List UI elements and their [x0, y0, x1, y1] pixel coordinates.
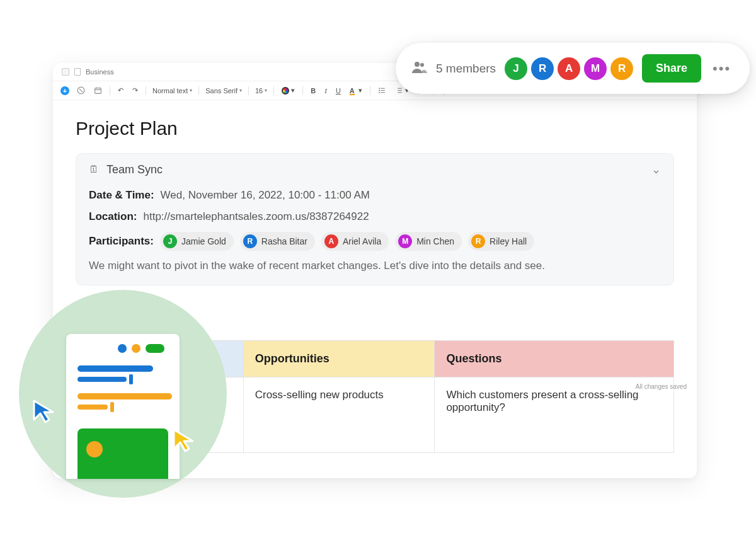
avatar-icon[interactable]: A — [558, 57, 580, 80]
participant-name: Jamie Gold — [181, 236, 226, 246]
separator — [110, 86, 110, 95]
svg-rect-9 — [381, 90, 385, 91]
participants-label: Participants: — [89, 235, 154, 248]
avatar-j-icon: J — [163, 234, 177, 248]
svg-point-20 — [420, 63, 424, 67]
task-icon[interactable] — [76, 85, 86, 96]
separator — [302, 86, 303, 95]
notebook-icon[interactable] — [74, 68, 81, 76]
participant-name: Rasha Bitar — [261, 236, 307, 246]
svg-point-6 — [379, 88, 380, 89]
th-questions[interactable]: Questions — [435, 341, 674, 377]
calendar-icon: 🗓 — [89, 164, 99, 175]
event-title: Team Sync — [106, 163, 163, 176]
svg-rect-11 — [381, 92, 385, 93]
members-icon — [412, 60, 427, 76]
separator — [198, 86, 199, 95]
svg-rect-2 — [95, 88, 101, 94]
highlight-icon[interactable]: A▾ — [348, 85, 364, 96]
svg-point-8 — [379, 89, 380, 91]
chevron-down-icon[interactable]: ⌄ — [651, 163, 661, 176]
avatar-icon[interactable]: R — [531, 57, 554, 80]
event-note[interactable]: We might want to pivot in the wake of re… — [89, 260, 661, 272]
insert-button[interactable]: + — [60, 86, 69, 95]
cursor-blue-icon — [30, 397, 58, 425]
page-title[interactable]: Project Plan — [76, 118, 674, 139]
share-button[interactable]: Share — [642, 54, 701, 83]
cell-opportunities[interactable]: Cross-selling new products — [243, 377, 435, 453]
participant-pill[interactable]: RRasha Bitar — [240, 232, 315, 251]
members-count[interactable]: 5 members — [436, 62, 496, 76]
svg-point-19 — [415, 62, 420, 67]
save-status: All changes saved — [636, 383, 687, 390]
event-card: 🗓 Team Sync ⌄ Date & Time: Wed, November… — [76, 153, 674, 285]
bullet-list-icon[interactable] — [377, 85, 387, 96]
text-color-icon[interactable]: ▾ — [280, 85, 296, 96]
svg-rect-7 — [381, 88, 385, 89]
font-family-dropdown[interactable]: Sans Serif▾ — [205, 87, 242, 95]
cursor-yellow-icon — [170, 426, 198, 454]
avatar-stack: J R A M R — [505, 57, 633, 80]
svg-rect-13 — [398, 90, 402, 91]
event-datetime-row: Date & Time: Wed, November 16, 2022, 10:… — [89, 189, 661, 202]
redo-icon[interactable]: ↷ — [131, 85, 139, 96]
underline-icon[interactable]: U — [335, 86, 342, 96]
event-participants-row: Participants: JJamie Gold RRasha Bitar A… — [89, 232, 661, 251]
separator — [248, 86, 249, 95]
svg-point-10 — [379, 92, 380, 93]
participant-name: Riley Hall — [490, 236, 527, 246]
font-size-dropdown[interactable]: 16▾ — [255, 87, 267, 95]
event-header[interactable]: 🗓 Team Sync ⌄ — [76, 154, 673, 185]
participant-name: Min Chen — [416, 236, 454, 246]
avatar-m-icon: M — [398, 234, 412, 248]
svg-line-1 — [79, 89, 83, 92]
separator — [273, 86, 274, 95]
undo-icon[interactable]: ↶ — [117, 85, 125, 96]
datetime-value: Wed, November 16, 2022, 10:00 - 11:00 AM — [161, 189, 370, 202]
participant-pill[interactable]: MMin Chen — [395, 232, 462, 251]
breadcrumb-notebook[interactable]: Business — [86, 68, 114, 76]
avatar-icon[interactable]: J — [505, 57, 527, 80]
collaboration-illustration — [19, 290, 227, 498]
separator — [370, 86, 370, 95]
calendar-icon[interactable] — [93, 85, 103, 96]
svg-rect-14 — [398, 92, 402, 93]
avatar-r2-icon: R — [471, 234, 485, 248]
bold-icon[interactable]: B — [309, 86, 317, 96]
separator — [146, 86, 146, 95]
svg-rect-12 — [398, 88, 402, 89]
expand-icon[interactable] — [62, 68, 69, 76]
participant-name: Ariel Avila — [343, 236, 381, 246]
th-opportunities[interactable]: Opportunities — [243, 341, 435, 377]
participant-pill[interactable]: JJamie Gold — [160, 232, 234, 251]
share-bar: 5 members J R A M R Share ••• — [396, 43, 750, 94]
avatar-icon[interactable]: M — [584, 57, 607, 80]
event-body: Date & Time: Wed, November 16, 2022, 10:… — [76, 185, 673, 285]
participant-pill[interactable]: RRiley Hall — [468, 232, 534, 251]
avatar-r-icon: R — [243, 234, 257, 248]
participant-pill[interactable]: AAriel Avila — [321, 232, 389, 251]
avatar-icon[interactable]: R — [610, 57, 633, 80]
location-link[interactable]: http://smartelephantsales.zoom.us/838726… — [144, 210, 369, 223]
avatar-a-icon: A — [324, 234, 338, 248]
event-location-row: Location: http://smartelephantsales.zoom… — [89, 210, 661, 223]
illustration-card — [66, 334, 180, 479]
datetime-label: Date & Time: — [89, 189, 154, 202]
more-options-icon[interactable]: ••• — [710, 60, 733, 77]
location-label: Location: — [89, 210, 137, 223]
text-style-dropdown[interactable]: Normal text▾ — [152, 87, 192, 95]
italic-icon[interactable]: I — [323, 86, 328, 96]
